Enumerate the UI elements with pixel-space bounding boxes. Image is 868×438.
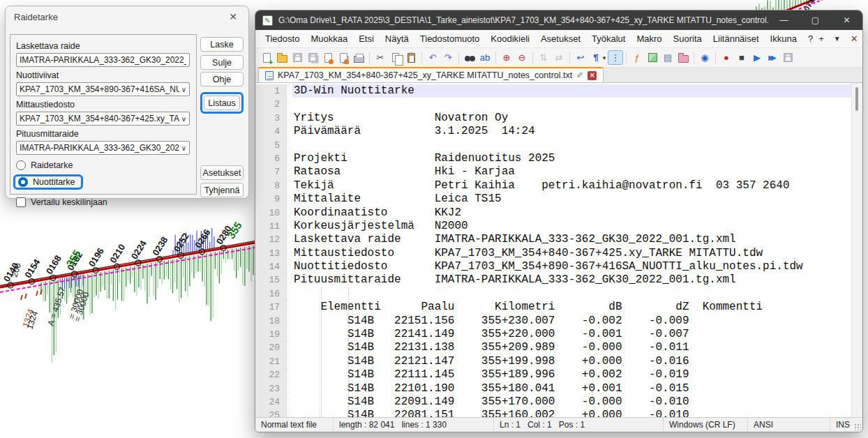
close-icon[interactable] xyxy=(320,50,336,65)
radio-raidetarke[interactable] xyxy=(16,160,26,170)
menu-ikkuna[interactable]: Ikkuna xyxy=(765,31,802,46)
print-icon[interactable] xyxy=(351,50,366,65)
new-file-icon[interactable] xyxy=(259,50,274,65)
playback-macro-icon[interactable]: ▶ xyxy=(749,50,765,65)
editor[interactable]: 13D-Win Nuottitarke23Yritys Novatron Oy4… xyxy=(255,83,862,417)
sync-vertical-icon[interactable]: ⇅ xyxy=(536,50,551,65)
cut-icon[interactable]: ✂ xyxy=(373,50,388,65)
maximize-icon[interactable]: ▢ xyxy=(800,10,831,30)
text-field-0[interactable]: IMATRA-PARIKKALA_333-362_GK30_2022_001.t… xyxy=(16,53,190,67)
tab-list-icon[interactable]: ▼ xyxy=(834,35,841,43)
tab-close-icon[interactable]: ✕ xyxy=(588,71,597,80)
editor-line[interactable]: 6Projekti Raidenuotitus 2025 xyxy=(255,152,851,165)
folder-as-workspace-icon[interactable] xyxy=(675,50,691,65)
editor-line[interactable]: 4Päivämäärä 3.1.2025 14:24 xyxy=(255,125,851,138)
save-icon[interactable] xyxy=(290,50,305,65)
save-recorded-macro-icon[interactable] xyxy=(780,50,795,65)
pin-icon[interactable]: ✐ xyxy=(576,70,583,80)
editor-line[interactable]: 5 xyxy=(255,139,851,152)
editor-line[interactable]: 18 S14B 22151.156 355+230.007 -0.002 -0.… xyxy=(255,315,851,328)
editor-line[interactable]: 24 S14B 22091.149 355+170.000 -0.000 -0.… xyxy=(255,395,851,409)
find-icon[interactable] xyxy=(462,50,477,65)
editor-line[interactable]: 22 S14B 22111.145 355+189.996 +0.002 -0.… xyxy=(255,368,851,382)
editor-line[interactable]: 9Mittalaite Leica TS15 xyxy=(255,192,851,206)
menu-muokkaa[interactable]: Muokkaa xyxy=(305,31,353,46)
menu-makro[interactable]: Makro xyxy=(631,31,667,46)
editor-line[interactable]: 15Pituusmittaraide IMATRA-PARIKKALA_333-… xyxy=(255,273,851,287)
editor-line[interactable]: 21 S14B 22121.147 355+199.998 +0.000 -0.… xyxy=(255,355,851,368)
editor-line[interactable]: 17 Elementti Paalu Kilometri dB dZ Komme… xyxy=(255,301,851,314)
zoom-out-icon[interactable]: ⊖ xyxy=(514,50,530,65)
function-list-icon[interactable]: ƒ xyxy=(629,50,645,65)
save-all-icon[interactable] xyxy=(305,50,320,65)
new-tab-icon[interactable]: + xyxy=(818,33,824,44)
dialog-close-icon[interactable]: ✕ xyxy=(226,11,240,22)
editor-line[interactable]: 2 xyxy=(255,98,851,111)
editor-line[interactable]: 25 S14B 22081.151 355+160.002 +0.000 -0.… xyxy=(255,409,851,417)
editor-line[interactable]: 8Tekijä Petri Kaihia petri.kaihia@novatr… xyxy=(255,179,851,192)
editor-line[interactable]: 11Korkeusjärjestelmä N2000 xyxy=(255,220,851,233)
tab-active[interactable]: KPA7_1703_KM_354+840-367+425_xy_TARKE MI… xyxy=(258,67,604,82)
editor-line[interactable]: 16 xyxy=(255,287,851,301)
document-list-icon[interactable]: ▤ xyxy=(660,50,675,65)
sync-horizontal-icon[interactable]: ⇄ xyxy=(551,50,567,65)
menu-tiedosto[interactable]: Tiedosto xyxy=(260,31,305,46)
asetukset-button[interactable]: Asetukset xyxy=(200,165,244,180)
record-macro-icon[interactable]: ● xyxy=(719,50,734,65)
menu-etsi[interactable]: Etsi xyxy=(353,31,380,46)
stop-recording-icon[interactable]: ■ xyxy=(734,50,749,65)
word-wrap-icon[interactable]: ↩ xyxy=(573,50,588,65)
vertical-scrollbar[interactable] xyxy=(851,83,862,417)
paste-icon[interactable] xyxy=(403,50,419,65)
show-indent-guide-icon[interactable]: ⋮ xyxy=(608,50,623,65)
checkbox-row[interactable]: Vertailu keskilinjaan xyxy=(16,195,190,209)
scrollbar-thumb[interactable] xyxy=(855,87,858,111)
dialog-title-bar[interactable]: Raidetarke ✕ xyxy=(6,6,248,27)
close-doc-icon[interactable]: ✕ xyxy=(851,33,858,44)
menu-nyt[interactable]: Näytä xyxy=(380,31,414,46)
ohje-button[interactable]: Ohje xyxy=(200,72,244,86)
menu-suorita[interactable]: Suorita xyxy=(668,31,708,46)
copy-icon[interactable] xyxy=(388,50,403,65)
editor-line[interactable]: 20 S14B 22131.138 355+209.989 -0.000 -0.… xyxy=(255,341,851,354)
document-monitoring-icon[interactable]: ◉ xyxy=(697,50,712,65)
menu-tiedostomuoto[interactable]: Tiedostomuoto xyxy=(414,31,486,46)
undo-icon[interactable]: ↶ xyxy=(425,50,440,65)
redo-icon[interactable]: ↷ xyxy=(440,50,456,65)
menu-?[interactable]: ? xyxy=(802,31,818,46)
open-file-icon[interactable] xyxy=(274,50,290,65)
editor-line[interactable]: 23 S14B 22101.190 355+180.041 +0.001 -0.… xyxy=(255,382,851,395)
editor-line[interactable]: 13Mittaustiedosto KPA7_1703_KM_354+840-3… xyxy=(255,247,851,260)
editor-line[interactable]: 3Yritys Novatron Oy xyxy=(255,112,851,125)
zoom-in-icon[interactable]: ⊕ xyxy=(499,50,514,65)
menu-asetukset[interactable]: Asetukset xyxy=(535,31,586,46)
menu-koodikieli[interactable]: Koodikieli xyxy=(485,31,535,46)
checkbox-vertailu[interactable] xyxy=(16,197,26,207)
show-all-dropdown-icon[interactable]: ▾ xyxy=(601,50,608,65)
combo-2[interactable]: KPA7_1703_KM_354+840-367+425.xy_TARKE M∨ xyxy=(16,112,190,126)
editor-line[interactable]: 13D-Win Nuottitarke xyxy=(255,84,851,98)
resize-grip[interactable] xyxy=(854,423,861,430)
combo-3[interactable]: IMATRA-PARIKKALA_333-362_GK30_2022_001.t… xyxy=(16,141,190,155)
run-macro-multiple-icon[interactable]: ▶▶ xyxy=(765,50,780,65)
minimize-icon[interactable]: — xyxy=(768,10,800,30)
close-icon[interactable]: ✕ xyxy=(831,10,862,30)
radio-nuottitarke[interactable] xyxy=(18,177,28,187)
tyhjennä-button[interactable]: Tyhjennä xyxy=(200,183,244,197)
menu-tykalut[interactable]: Työkalut xyxy=(586,31,631,46)
editor-line[interactable]: 14Nuottitiedosto KPA7_1703_KM_354+890-36… xyxy=(255,260,851,273)
editor-line[interactable]: 12Laskettava raide IMATRA-PARIKKALA_333-… xyxy=(255,233,851,246)
sulje-button[interactable]: Sulje xyxy=(200,55,244,70)
document-map-icon[interactable] xyxy=(645,50,660,65)
editor-line[interactable]: 10Koordinaatisto KKJ2 xyxy=(255,206,851,220)
radio-row-0[interactable]: Raidetarke xyxy=(16,158,190,172)
combo-1[interactable]: KPA7_1703_KM_354+890-367+416SA_NUOTTI_∨ xyxy=(16,82,190,96)
title-bar[interactable]: ✎ G:\Oma Drive\1_RATA 2025\3_DESTIA\1_Ta… xyxy=(255,10,862,30)
replace-icon[interactable]: ab xyxy=(477,50,493,65)
listaus-button[interactable]: Listaus xyxy=(204,96,240,110)
editor-line[interactable]: 19 S14B 22141.149 355+220.000 -0.001 -0.… xyxy=(255,328,851,341)
menu-liitnniset[interactable]: Liitännäiset xyxy=(708,31,765,46)
editor-line[interactable]: 7Rataosa Hki - Karjaa xyxy=(255,165,851,179)
close-all-icon[interactable] xyxy=(336,50,351,65)
laske-button[interactable]: Laske xyxy=(200,37,244,52)
